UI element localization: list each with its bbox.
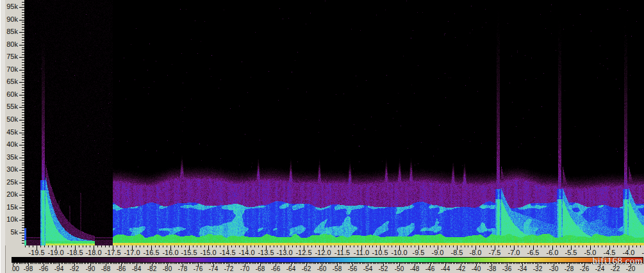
db-tick — [67, 263, 67, 264]
db-tick — [96, 263, 97, 264]
time-tick — [541, 245, 541, 247]
time-label: -19.0 — [45, 249, 67, 256]
db-tick — [323, 263, 324, 264]
db-tick — [467, 263, 468, 264]
db-tick — [212, 263, 213, 264]
db-tick — [31, 263, 32, 264]
time-tick — [354, 245, 354, 247]
time-label: -9.0 — [427, 249, 449, 256]
time-tick — [537, 245, 538, 247]
time-tick — [358, 245, 358, 247]
time-tick — [147, 245, 148, 247]
db-tick — [349, 263, 350, 264]
time-tick — [594, 245, 595, 247]
db-tick — [231, 263, 231, 264]
db-tick — [331, 263, 331, 264]
db-tick — [502, 263, 503, 264]
db-tick — [370, 263, 370, 264]
db-tick — [456, 263, 457, 264]
db-tick — [552, 263, 552, 264]
db-tick — [247, 263, 248, 264]
freq-label: 80k — [0, 41, 18, 48]
db-tick — [527, 263, 528, 264]
db-tick — [27, 263, 28, 264]
db-tick — [111, 263, 112, 264]
db-tick — [376, 263, 376, 264]
db-tick — [286, 263, 287, 264]
freq-tick — [19, 133, 24, 133]
db-tick — [356, 263, 356, 264]
db-tick — [405, 263, 406, 264]
db-tick — [547, 263, 548, 264]
db-tick — [363, 263, 364, 264]
freq-tick — [19, 183, 24, 183]
db-tick — [314, 263, 315, 264]
db-tick — [388, 263, 389, 264]
db-tick — [451, 263, 452, 264]
db-tick — [510, 263, 511, 264]
db-tick — [533, 263, 534, 264]
db-tick — [254, 263, 254, 264]
db-tick — [129, 263, 129, 264]
time-tick — [617, 245, 618, 247]
time-tick — [461, 245, 461, 247]
db-tick — [39, 263, 40, 264]
spectrogram-canvas[interactable] — [24, 0, 644, 245]
time-tick — [315, 245, 316, 247]
time-tick — [445, 245, 446, 247]
time-tick — [63, 245, 64, 247]
db-tick — [42, 263, 43, 264]
time-tick — [407, 245, 408, 247]
time-tick — [549, 245, 549, 247]
db-tick — [242, 263, 242, 264]
db-tick — [142, 263, 143, 264]
db-tick — [45, 263, 46, 264]
time-tick — [167, 245, 167, 247]
db-tick — [169, 263, 169, 264]
amplitude-colorbar — [12, 257, 643, 263]
db-tick — [258, 263, 259, 264]
db-tick — [179, 263, 180, 264]
time-tick — [239, 245, 240, 247]
db-tick — [266, 263, 267, 264]
db-tick — [458, 263, 458, 264]
time-tick — [472, 245, 472, 247]
db-tick — [498, 263, 499, 264]
db-tick — [442, 263, 443, 264]
time-tick — [193, 245, 194, 247]
db-tick — [485, 263, 486, 264]
time-tick — [449, 245, 450, 247]
time-tick — [468, 245, 468, 247]
time-tick — [479, 245, 480, 247]
db-tick — [84, 263, 85, 264]
db-tick — [315, 263, 316, 264]
db-tick — [149, 263, 149, 264]
db-tick — [340, 263, 341, 264]
db-tick — [72, 263, 72, 264]
db-tick — [360, 263, 361, 264]
db-tick — [21, 263, 21, 264]
db-tick — [589, 263, 590, 264]
db-tick — [263, 263, 263, 264]
db-tick — [529, 263, 529, 264]
time-tick — [434, 245, 434, 247]
db-tick — [235, 263, 236, 264]
db-tick — [135, 263, 135, 264]
db-tick — [300, 263, 301, 264]
db-tick — [411, 263, 412, 264]
db-tick — [36, 263, 37, 264]
time-tick — [384, 245, 384, 247]
time-tick — [144, 245, 144, 247]
freq-tick — [19, 195, 24, 195]
db-tick — [402, 263, 402, 264]
db-tick — [145, 263, 146, 264]
frequency-ruler: 5k10k15k20k25k30k35k40k45k50k55k60k65k70… — [5, 0, 24, 245]
db-tick — [550, 263, 551, 264]
time-tick — [567, 245, 568, 247]
db-tick — [385, 263, 386, 264]
time-tick — [606, 245, 606, 247]
db-tick — [51, 263, 52, 264]
time-tick — [365, 245, 366, 247]
time-tick — [346, 245, 347, 247]
db-tick — [202, 263, 203, 264]
